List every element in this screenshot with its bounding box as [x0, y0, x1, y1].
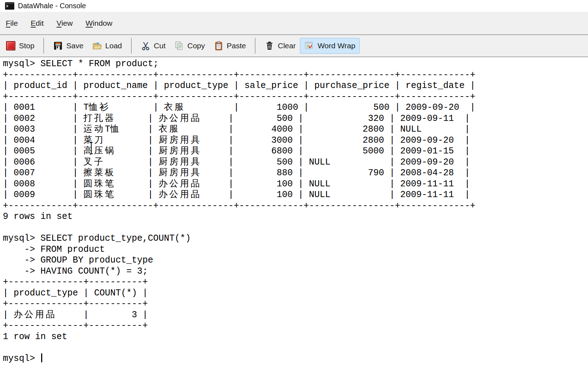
- word-wrap-toggle[interactable]: Word Wrap: [300, 38, 359, 54]
- clear-button[interactable]: Clear: [260, 38, 300, 54]
- cut-button[interactable]: Cut: [136, 38, 170, 54]
- title-bar: DataWhale - Console: [0, 0, 588, 12]
- word-wrap-icon: [304, 41, 314, 51]
- ibeam-cursor: [89, 142, 94, 155]
- stop-icon: [6, 41, 16, 51]
- paste-button[interactable]: Paste: [209, 38, 251, 54]
- stop-button[interactable]: Stop: [1, 38, 39, 54]
- load-button[interactable]: Load: [88, 38, 126, 54]
- menu-bar: File Edit View Window: [0, 12, 588, 34]
- cut-icon: [141, 41, 151, 51]
- toolbar-separator: [255, 38, 256, 54]
- menu-view[interactable]: View: [54, 18, 75, 29]
- menu-edit[interactable]: Edit: [29, 18, 46, 29]
- copy-icon: [174, 41, 184, 51]
- copy-button[interactable]: Copy: [170, 38, 209, 54]
- window-title: DataWhale - Console: [18, 2, 86, 10]
- console-area: mysql> SELECT * FROM product; +---------…: [0, 57, 588, 382]
- console-output[interactable]: mysql> SELECT * FROM product; +---------…: [0, 57, 588, 364]
- toolbar-separator: [43, 38, 44, 54]
- save-icon: [53, 41, 63, 51]
- console-app-icon: [5, 2, 14, 10]
- save-button[interactable]: Save: [49, 38, 88, 54]
- menu-file[interactable]: File: [4, 18, 20, 29]
- text-caret: [41, 353, 42, 362]
- toolbar-separator: [131, 38, 132, 54]
- load-icon: [92, 41, 102, 51]
- clear-icon: [264, 41, 274, 51]
- paste-icon: [214, 41, 224, 51]
- toolbar: Stop Save Load: [0, 34, 588, 57]
- menu-window[interactable]: Window: [83, 18, 115, 29]
